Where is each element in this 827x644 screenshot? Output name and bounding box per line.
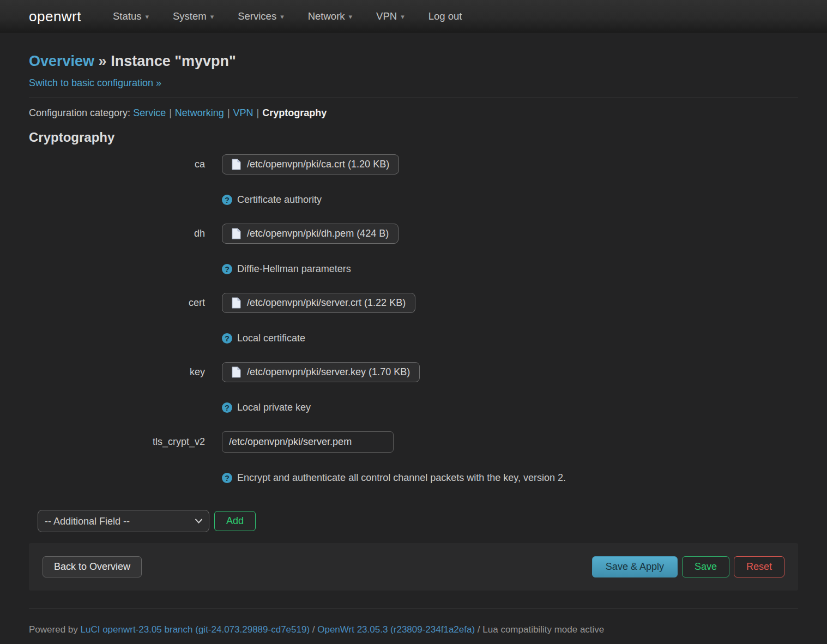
nav-item-label: System — [173, 10, 207, 22]
nav-item-label: Services — [238, 10, 276, 22]
field-label-ca: ca — [29, 159, 222, 170]
ca-file-button[interactable]: /etc/openvpn/pki/ca.crt (1.20 KB) — [222, 154, 399, 174]
reset-button[interactable]: Reset — [734, 556, 784, 577]
field-label-key: key — [29, 366, 222, 378]
nav-item-label: Log out — [428, 10, 462, 22]
additional-field-row: -- Additional Field -- Add — [38, 510, 798, 532]
field-help-key: ? Local private key — [222, 402, 798, 413]
action-buttons: Save & Apply Save Reset — [592, 556, 784, 577]
category-link-networking[interactable]: Networking — [175, 107, 224, 118]
nav-item-label: VPN — [376, 10, 397, 22]
nav-item-label: Network — [308, 10, 345, 22]
save-apply-button[interactable]: Save & Apply — [592, 556, 678, 577]
caret-down-icon: ▾ — [280, 13, 284, 20]
help-text: Local certificate — [237, 333, 305, 344]
field-tls-crypt-v2: tls_crypt_v2 ? Encrypt and authenticate … — [29, 431, 798, 484]
ca-file-value: /etc/openvpn/pki/ca.crt (1.20 KB) — [247, 159, 389, 170]
category-separator: | — [224, 107, 233, 118]
category-link-service[interactable]: Service — [133, 107, 166, 118]
file-icon — [232, 297, 241, 309]
header-divider — [29, 98, 798, 98]
action-panel: Back to Overview Save & Apply Save Reset — [29, 543, 798, 591]
caret-down-icon: ▾ — [349, 13, 353, 20]
category-separator: | — [166, 107, 175, 118]
openwrt-version-link[interactable]: OpenWrt 23.05.3 (r23809-234f1a2efa) — [317, 624, 475, 635]
key-file-button[interactable]: /etc/openvpn/pki/server.key (1.70 KB) — [222, 362, 420, 382]
caret-down-icon: ▾ — [210, 13, 214, 20]
file-icon — [232, 366, 241, 378]
nav-item-network[interactable]: Network ▾ — [308, 10, 352, 22]
file-icon — [232, 159, 241, 170]
help-text: Diffie-Hellman parameters — [237, 263, 351, 275]
help-icon: ? — [222, 195, 232, 205]
field-key: key /etc/openvpn/pki/server.key (1.70 KB… — [29, 362, 798, 413]
crypto-form: ca /etc/openvpn/pki/ca.crt (1.20 KB) ? C… — [29, 154, 798, 532]
help-icon: ? — [222, 264, 232, 274]
switch-basic-config-link[interactable]: Switch to basic configuration » — [29, 77, 161, 89]
cert-file-value: /etc/openvpn/pki/server.crt (1.22 KB) — [247, 297, 406, 309]
field-dh: dh /etc/openvpn/pki/dh.pem (424 B) ? Dif… — [29, 224, 798, 275]
section-title: Cryptography — [29, 130, 798, 145]
caret-down-icon: ▾ — [401, 13, 405, 20]
field-help-cert: ? Local certificate — [222, 333, 798, 344]
additional-field-select-wrap: -- Additional Field -- — [38, 510, 209, 532]
nav-item-status[interactable]: Status ▾ — [113, 10, 149, 22]
category-label: Configuration category: — [29, 107, 130, 118]
nav-item-system[interactable]: System ▾ — [173, 10, 214, 22]
field-help-dh: ? Diffie-Hellman parameters — [222, 263, 798, 275]
footer-separator: / — [310, 624, 317, 635]
help-text: Local private key — [237, 402, 311, 413]
help-text: Certificate authority — [237, 194, 322, 206]
file-icon — [232, 228, 241, 239]
breadcrumb-separator: » — [99, 53, 107, 69]
page-title-text: Instance "myvpn" — [111, 53, 236, 69]
brand-logo[interactable]: openwrt — [29, 8, 81, 25]
page-title: Overview » Instance "myvpn" — [29, 53, 798, 70]
additional-field-select[interactable]: -- Additional Field -- — [38, 510, 209, 532]
nav-item-services[interactable]: Services ▾ — [238, 10, 283, 22]
footer-prefix: Powered by — [29, 624, 81, 635]
help-icon: ? — [222, 402, 232, 413]
category-link-vpn[interactable]: VPN — [233, 107, 253, 118]
dh-file-value: /etc/openvpn/pki/dh.pem (424 B) — [247, 228, 389, 239]
field-help-ca: ? Certificate authority — [222, 194, 798, 206]
field-ca: ca /etc/openvpn/pki/ca.crt (1.20 KB) ? C… — [29, 154, 798, 206]
footer-suffix: / Lua compatibility mode active — [475, 624, 604, 635]
luci-version-link[interactable]: LuCI openwrt-23.05 branch (git-24.073.29… — [81, 624, 310, 635]
add-button[interactable]: Add — [214, 511, 256, 531]
field-label-tls-crypt-v2: tls_crypt_v2 — [29, 436, 222, 448]
help-text: Encrypt and authenticate all control cha… — [237, 472, 566, 484]
field-label-dh: dh — [29, 228, 222, 239]
main-content: Overview » Instance "myvpn" Switch to ba… — [0, 53, 827, 644]
caret-down-icon: ▾ — [145, 13, 149, 20]
category-separator: | — [253, 107, 263, 118]
back-to-overview-button[interactable]: Back to Overview — [43, 556, 142, 577]
top-navbar: openwrt Status ▾ System ▾ Services ▾ Net… — [0, 0, 827, 33]
field-label-cert: cert — [29, 297, 222, 309]
field-help-tls-crypt-v2: ? Encrypt and authenticate all control c… — [222, 472, 798, 484]
cert-file-button[interactable]: /etc/openvpn/pki/server.crt (1.22 KB) — [222, 293, 415, 313]
category-active-cryptography: Cryptography — [262, 107, 327, 118]
category-bar: Configuration category: Service|Networki… — [29, 107, 798, 119]
nav-item-label: Status — [113, 10, 141, 22]
tls-crypt-v2-input[interactable] — [222, 431, 394, 453]
nav-item-logout[interactable]: Log out — [428, 10, 462, 22]
field-cert: cert /etc/openvpn/pki/server.crt (1.22 K… — [29, 293, 798, 344]
help-icon: ? — [222, 333, 232, 344]
key-file-value: /etc/openvpn/pki/server.key (1.70 KB) — [247, 366, 410, 378]
save-button[interactable]: Save — [682, 556, 729, 577]
footer: Powered by LuCI openwrt-23.05 branch (gi… — [29, 609, 798, 644]
dh-file-button[interactable]: /etc/openvpn/pki/dh.pem (424 B) — [222, 224, 399, 244]
nav-item-vpn[interactable]: VPN ▾ — [376, 10, 405, 22]
breadcrumb-overview-link[interactable]: Overview — [29, 53, 94, 69]
help-icon: ? — [222, 473, 232, 483]
